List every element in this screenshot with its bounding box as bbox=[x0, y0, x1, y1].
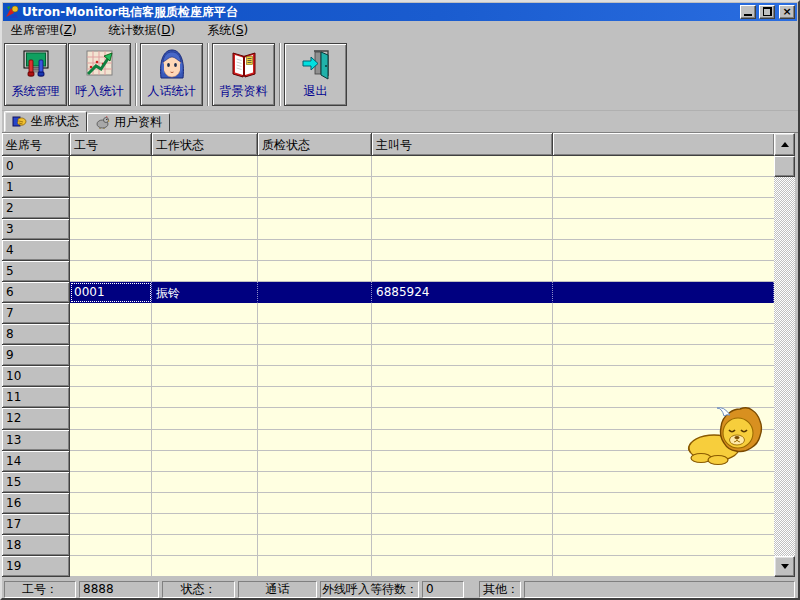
grid-cell[interactable] bbox=[372, 493, 553, 514]
table-row[interactable]: 17 bbox=[2, 514, 774, 535]
incoming-stats-button[interactable]: 呼入统计 bbox=[68, 43, 131, 106]
grid-cell[interactable] bbox=[372, 387, 553, 408]
column-header-qc-state[interactable]: 质检状态 bbox=[258, 133, 372, 156]
grid-cell[interactable] bbox=[258, 514, 372, 535]
table-row[interactable]: 13 bbox=[2, 430, 774, 451]
seat-number-cell[interactable]: 11 bbox=[2, 387, 70, 408]
column-header-worker-id[interactable]: 工号 bbox=[70, 133, 152, 156]
close-button[interactable]: × bbox=[779, 5, 795, 19]
system-manage-button[interactable]: 系统管理 bbox=[4, 43, 67, 106]
grid-cell[interactable] bbox=[152, 514, 258, 535]
grid-cell[interactable] bbox=[372, 198, 553, 219]
grid-cell[interactable] bbox=[372, 430, 553, 451]
grid-cell[interactable] bbox=[372, 556, 553, 577]
grid-cell[interactable] bbox=[258, 177, 372, 198]
grid-cell[interactable] bbox=[70, 303, 152, 324]
grid-cell[interactable] bbox=[258, 282, 372, 303]
tab-user-data[interactable]: 用户资料 bbox=[87, 113, 170, 132]
seat-number-cell[interactable]: 15 bbox=[2, 472, 70, 493]
menu-seat-management[interactable]: 坐席管理(Z) bbox=[5, 20, 83, 41]
column-header-caller-number[interactable]: 主叫号 bbox=[372, 133, 553, 156]
grid-cell[interactable] bbox=[152, 430, 258, 451]
grid-cell[interactable] bbox=[372, 535, 553, 556]
grid-cell[interactable] bbox=[70, 366, 152, 387]
grid-cell[interactable] bbox=[70, 219, 152, 240]
grid-cell[interactable] bbox=[152, 408, 258, 429]
grid-cell[interactable] bbox=[152, 240, 258, 261]
table-row[interactable]: 11 bbox=[2, 387, 774, 408]
grid-cell[interactable] bbox=[258, 451, 372, 472]
table-row[interactable]: 16 bbox=[2, 493, 774, 514]
grid-cell[interactable] bbox=[70, 514, 152, 535]
table-row[interactable]: 15 bbox=[2, 472, 774, 493]
grid-cell[interactable] bbox=[70, 240, 152, 261]
seat-number-cell[interactable]: 3 bbox=[2, 219, 70, 240]
grid-cell[interactable] bbox=[258, 219, 372, 240]
grid-cell[interactable]: 振铃 bbox=[152, 282, 258, 303]
menu-system[interactable]: 系统(S) bbox=[201, 20, 254, 41]
grid-cell[interactable] bbox=[372, 345, 553, 366]
grid-cell[interactable] bbox=[152, 451, 258, 472]
seat-number-cell[interactable]: 4 bbox=[2, 240, 70, 261]
table-row[interactable]: 4 bbox=[2, 240, 774, 261]
grid-cell[interactable] bbox=[258, 556, 372, 577]
seat-number-cell[interactable]: 9 bbox=[2, 345, 70, 366]
seat-number-cell[interactable]: 0 bbox=[2, 156, 70, 177]
grid-cell[interactable] bbox=[70, 324, 152, 345]
grid-cell[interactable] bbox=[258, 387, 372, 408]
grid-cell[interactable] bbox=[70, 387, 152, 408]
seat-number-cell[interactable]: 8 bbox=[2, 324, 70, 345]
table-row[interactable]: 10 bbox=[2, 366, 774, 387]
table-row[interactable]: 1 bbox=[2, 177, 774, 198]
grid-cell[interactable] bbox=[372, 472, 553, 493]
grid-cell[interactable] bbox=[152, 303, 258, 324]
grid-cell[interactable] bbox=[372, 156, 553, 177]
table-row[interactable]: 9 bbox=[2, 345, 774, 366]
table-row[interactable]: 8 bbox=[2, 324, 774, 345]
scroll-up-button[interactable] bbox=[774, 133, 795, 156]
table-row[interactable]: 2 bbox=[2, 198, 774, 219]
grid-cell[interactable] bbox=[258, 472, 372, 493]
grid-cell[interactable] bbox=[152, 324, 258, 345]
grid-cell[interactable] bbox=[152, 472, 258, 493]
grid-cell[interactable] bbox=[70, 408, 152, 429]
seat-number-cell[interactable]: 6 bbox=[2, 282, 70, 303]
grid-cell[interactable] bbox=[152, 387, 258, 408]
column-header-work-state[interactable]: 工作状态 bbox=[152, 133, 258, 156]
exit-button[interactable]: 退出 bbox=[284, 43, 347, 106]
grid-cell[interactable]: 6885924 bbox=[372, 282, 553, 303]
grid-cell[interactable] bbox=[152, 177, 258, 198]
grid-cell[interactable] bbox=[258, 430, 372, 451]
vertical-scrollbar[interactable] bbox=[774, 133, 795, 577]
table-row[interactable]: 14 bbox=[2, 451, 774, 472]
grid-cell[interactable] bbox=[152, 198, 258, 219]
seat-number-cell[interactable]: 12 bbox=[2, 408, 70, 429]
tab-seat-status[interactable]: 坐席状态 bbox=[4, 111, 87, 132]
grid-cell[interactable] bbox=[152, 156, 258, 177]
grid-cell[interactable] bbox=[70, 430, 152, 451]
grid-cell[interactable] bbox=[258, 240, 372, 261]
table-row[interactable]: 18 bbox=[2, 535, 774, 556]
column-header-seat[interactable]: 坐席号 bbox=[2, 133, 70, 156]
grid-cell[interactable] bbox=[70, 472, 152, 493]
grid-cell[interactable] bbox=[372, 514, 553, 535]
grid-cell[interactable] bbox=[70, 345, 152, 366]
table-row[interactable]: 7 bbox=[2, 303, 774, 324]
grid-cell[interactable] bbox=[372, 324, 553, 345]
seat-number-cell[interactable]: 7 bbox=[2, 303, 70, 324]
seat-number-cell[interactable]: 13 bbox=[2, 430, 70, 451]
seat-number-cell[interactable]: 18 bbox=[2, 535, 70, 556]
seat-number-cell[interactable]: 19 bbox=[2, 556, 70, 577]
grid-cell[interactable] bbox=[258, 408, 372, 429]
seat-number-cell[interactable]: 1 bbox=[2, 177, 70, 198]
grid-cell[interactable] bbox=[258, 198, 372, 219]
table-row[interactable]: 3 bbox=[2, 219, 774, 240]
seat-number-cell[interactable]: 14 bbox=[2, 451, 70, 472]
grid-cell[interactable] bbox=[258, 324, 372, 345]
scroll-down-button[interactable] bbox=[774, 556, 795, 577]
grid-cell[interactable] bbox=[258, 535, 372, 556]
table-row[interactable]: 19 bbox=[2, 556, 774, 577]
table-row[interactable]: 5 bbox=[2, 261, 774, 282]
grid-cell[interactable] bbox=[70, 177, 152, 198]
background-data-button[interactable]: 背景资料 bbox=[212, 43, 275, 106]
